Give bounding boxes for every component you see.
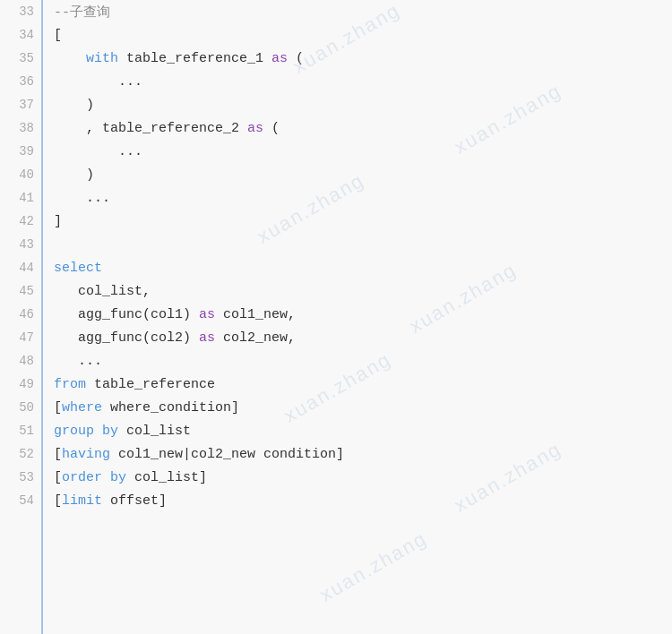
code-line-41: ... [54, 186, 672, 210]
line-number-40: 40 [0, 163, 41, 186]
code-line-53: [order by col_list] [54, 466, 672, 489]
line-number-43: 43 [0, 233, 41, 256]
code-line-35: with table_reference_1 as ( [54, 47, 672, 70]
code-line-39: ... [54, 140, 672, 163]
line-number-52: 52 [0, 442, 41, 466]
code-line-40: ) [54, 163, 672, 186]
code-line-36: ... [54, 70, 672, 93]
code-line-38: , table_reference_2 as ( [54, 116, 672, 140]
code-line-51: group by col_list [54, 419, 672, 442]
line-number-38: 38 [0, 116, 41, 140]
code-line-34: [ [54, 23, 672, 47]
line-number-51: 51 [0, 419, 41, 442]
line-number-45: 45 [0, 279, 41, 303]
line-number-gutter: 3334353637383940414243444546474849505152… [0, 0, 43, 634]
line-number-49: 49 [0, 373, 41, 396]
code-line-33: --子查询 [54, 0, 672, 23]
code-line-49: from table_reference [54, 373, 672, 396]
line-number-34: 34 [0, 23, 41, 47]
code-line-45: col_list, [54, 279, 672, 303]
code-line-54: [limit offset] [54, 489, 672, 512]
line-number-47: 47 [0, 326, 41, 349]
code-line-47: agg_func(col2) as col2_new, [54, 326, 672, 349]
code-line-44: select [54, 256, 672, 279]
line-number-50: 50 [0, 396, 41, 419]
line-number-35: 35 [0, 47, 41, 70]
code-editor: 3334353637383940414243444546474849505152… [0, 0, 672, 634]
code-line-50: [where where_condition] [54, 396, 672, 419]
line-number-44: 44 [0, 256, 41, 279]
line-number-42: 42 [0, 210, 41, 233]
line-number-54: 54 [0, 489, 41, 512]
line-number-41: 41 [0, 186, 41, 210]
line-number-37: 37 [0, 93, 41, 116]
line-number-46: 46 [0, 303, 41, 326]
line-number-33: 33 [0, 0, 41, 23]
code-line-46: agg_func(col1) as col1_new, [54, 303, 672, 326]
line-number-36: 36 [0, 70, 41, 93]
code-line-52: [having col1_new|col2_new condition] [54, 442, 672, 466]
code-line-43 [54, 233, 672, 256]
code-line-48: ... [54, 349, 672, 373]
code-line-42: ] [54, 210, 672, 233]
code-line-37: ) [54, 93, 672, 116]
line-number-48: 48 [0, 349, 41, 373]
line-number-53: 53 [0, 466, 41, 489]
line-number-39: 39 [0, 140, 41, 163]
code-content: --子查询[ with table_reference_1 as ( ... )… [43, 0, 672, 634]
